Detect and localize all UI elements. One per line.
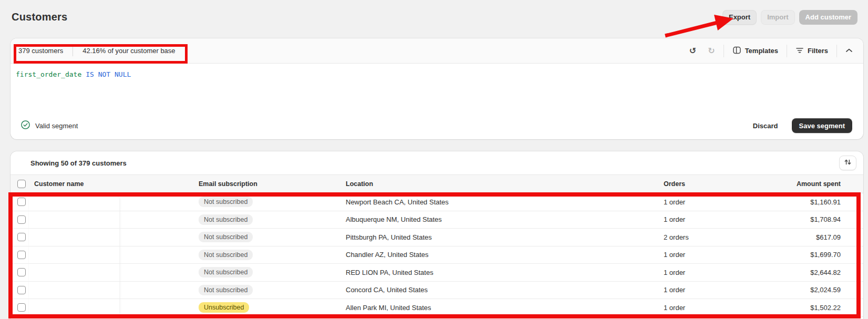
table-row[interactable]: Not subscribed RED LION PA, United State… <box>11 264 863 282</box>
page-title: Customers <box>12 11 67 23</box>
subscription-badge: Unsubscribed <box>199 302 249 313</box>
sort-icon <box>844 158 852 168</box>
table-row[interactable]: Not subscribed Concord CA, United States… <box>11 282 863 300</box>
table-header-row: Showing 50 of 379 customers <box>11 151 863 174</box>
chevron-up-icon <box>845 47 853 55</box>
counts-divider <box>73 46 73 56</box>
column-header-orders: Orders <box>664 180 716 188</box>
redo-icon: ↻ <box>708 47 715 55</box>
table-column-headers: Customer name Email subscription Locatio… <box>11 174 863 193</box>
column-header-amount-spent: Amount spent <box>716 180 841 188</box>
toolbar-divider <box>787 45 787 57</box>
templates-label: Templates <box>745 47 778 55</box>
templates-button[interactable]: Templates <box>729 44 781 58</box>
table-row[interactable]: Not subscribed Newport Beach CA, United … <box>11 193 863 211</box>
segment-query: first_order_dateIS NOT NULL <box>16 70 858 78</box>
amount-spent-cell: $1,502.22 <box>716 304 841 312</box>
table-summary: Showing 50 of 379 customers <box>30 159 127 167</box>
row-checkbox[interactable] <box>17 286 26 294</box>
amount-spent-cell: $2,024.59 <box>716 286 841 294</box>
orders-cell: 2 orders <box>664 233 716 241</box>
undo-icon: ↺ <box>689 47 696 55</box>
amount-spent-cell: $1,699.70 <box>716 251 841 259</box>
email-subscription-cell: Unsubscribed <box>199 302 346 313</box>
email-subscription-cell: Not subscribed <box>199 214 346 225</box>
subscription-badge: Not subscribed <box>199 197 253 207</box>
location-cell: Chandler AZ, United States <box>346 251 664 259</box>
email-subscription-cell: Not subscribed <box>199 285 346 295</box>
save-segment-button[interactable]: Save segment <box>792 118 852 133</box>
column-header-email-subscription: Email subscription <box>199 180 346 188</box>
query-field: first_order_date <box>16 70 81 78</box>
segment-footer-actions: Discard Save segment <box>747 118 852 133</box>
email-subscription-cell: Not subscribed <box>199 267 346 277</box>
select-all-checkbox[interactable] <box>17 180 26 188</box>
segment-status-label: Valid segment <box>35 122 78 130</box>
subscription-badge: Not subscribed <box>199 267 253 277</box>
import-button[interactable]: Import <box>761 10 794 25</box>
location-cell: Newport Beach CA, United States <box>346 198 664 206</box>
location-cell: Concord CA, United States <box>346 286 664 294</box>
customer-base-percentage: 42.16% of your customer base <box>82 47 175 55</box>
column-header-location: Location <box>346 180 664 188</box>
table-row[interactable]: Unsubscribed Allen Park MI, United State… <box>11 299 863 317</box>
amount-spent-cell: $1,160.91 <box>716 198 841 206</box>
table-row[interactable]: Not subscribed Chandler AZ, United State… <box>11 246 863 264</box>
email-subscription-cell: Not subscribed <box>199 232 346 242</box>
export-button[interactable]: Export <box>722 10 757 25</box>
row-checkbox[interactable] <box>17 198 26 206</box>
toolbar-divider <box>836 45 837 57</box>
segment-status: Valid segment <box>20 120 78 131</box>
table-row[interactable]: Not subscribed Albuquerque NM, United St… <box>11 211 863 229</box>
header-actions: Export Import Add customer <box>722 10 857 25</box>
undo-button[interactable]: ↺ <box>686 45 699 57</box>
topbar: Customers Export Import Add customer <box>0 0 868 38</box>
segment-editor-footer: Valid segment Discard Save segment <box>11 113 863 138</box>
orders-cell: 1 order <box>664 286 716 294</box>
row-checkbox[interactable] <box>17 251 26 259</box>
segment-query-editor[interactable]: first_order_dateIS NOT NULL <box>11 64 863 113</box>
subscription-badge: Not subscribed <box>199 250 253 260</box>
filters-button[interactable]: Filters <box>792 44 831 58</box>
row-checkbox[interactable] <box>17 233 26 241</box>
location-cell: RED LION PA, United States <box>346 269 664 276</box>
filters-label: Filters <box>808 47 828 55</box>
location-cell: Albuquerque NM, United States <box>346 215 664 223</box>
query-keywords: IS NOT NULL <box>86 70 131 78</box>
orders-cell: 1 order <box>664 251 716 259</box>
discard-button[interactable]: Discard <box>747 118 784 133</box>
toolbar-divider <box>724 45 724 57</box>
table-body: Not subscribed Newport Beach CA, United … <box>11 193 863 317</box>
customers-table-card: Showing 50 of 379 customers Customer nam… <box>11 151 863 319</box>
customers-page: Customers Export Import Add customer 379… <box>0 0 868 319</box>
amount-spent-cell: $2,644.82 <box>716 269 841 276</box>
subscription-badge: Not subscribed <box>199 214 253 225</box>
table-row[interactable]: Not subscribed Pittsburgh PA, United Sta… <box>11 229 863 246</box>
segment-counts: 379 customers 42.16% of your customer ba… <box>18 46 175 56</box>
subscription-badge: Not subscribed <box>199 232 253 242</box>
templates-icon <box>732 46 741 56</box>
row-checkbox[interactable] <box>17 303 26 312</box>
amount-spent-cell: $617.09 <box>716 233 841 241</box>
subscription-badge: Not subscribed <box>199 285 253 295</box>
orders-cell: 1 order <box>664 269 716 276</box>
email-subscription-cell: Not subscribed <box>199 197 346 207</box>
segment-editor-card: 379 customers 42.16% of your customer ba… <box>11 38 863 139</box>
collapse-editor-button[interactable] <box>842 45 856 57</box>
orders-cell: 1 order <box>664 304 716 312</box>
row-checkbox[interactable] <box>17 215 26 224</box>
add-customer-button[interactable]: Add customer <box>799 10 857 25</box>
filters-icon <box>795 46 804 56</box>
check-circle-icon <box>20 120 30 131</box>
row-checkbox[interactable] <box>17 268 26 276</box>
redo-button[interactable]: ↻ <box>705 45 718 57</box>
sort-button[interactable] <box>839 156 856 170</box>
segment-editor-header: 379 customers 42.16% of your customer ba… <box>11 38 863 64</box>
email-subscription-cell: Not subscribed <box>199 250 346 260</box>
column-header-customer-name: Customer name <box>34 180 199 188</box>
customer-count: 379 customers <box>18 47 63 55</box>
orders-cell: 1 order <box>664 215 716 223</box>
location-cell: Pittsburgh PA, United States <box>346 233 664 241</box>
amount-spent-cell: $1,708.94 <box>716 215 841 223</box>
segment-editor-toolbar: ↺ ↻ Templates Filters <box>686 44 856 58</box>
